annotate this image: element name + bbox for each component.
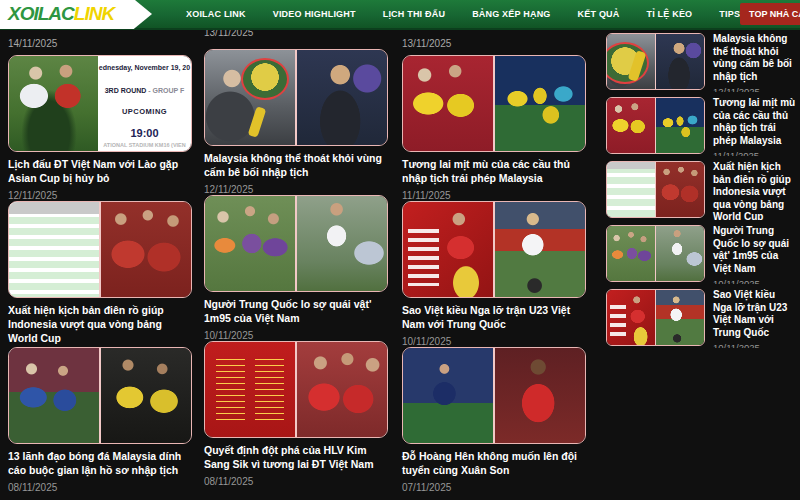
article-card[interactable]: Malaysia không thể thoát khỏi vùng cấm b… <box>204 49 388 191</box>
sidebar-thumbnail[interactable] <box>606 33 705 90</box>
site-logo[interactable]: XOILACLINK <box>0 0 152 29</box>
sidebar-article-date: 10/11/2025 <box>713 342 796 348</box>
sidebar-article-title[interactable]: Sao Việt kiều Nga lỡ trận U23 Việt Nam v… <box>713 289 796 339</box>
sidebar-article-date: 11/11/2025 <box>713 150 796 156</box>
nav-item-ket-qua[interactable]: KẾT QUẢ <box>578 9 620 19</box>
nav-item-video-highlight[interactable]: VIDEO HIGHLIGHT <box>273 9 356 19</box>
player-running-photo <box>493 202 585 297</box>
top-nha-cai-button[interactable]: TOP NHÀ CÁI <box>740 3 800 25</box>
sidebar-article-title[interactable]: Xuất hiện kịch bản điên rồ giúp Indonesi… <box>713 161 796 220</box>
logo-text-link: LINK <box>74 3 114 25</box>
match-round-text: 3RD ROUND <box>105 87 147 94</box>
article-date: 08/11/2025 <box>204 476 388 487</box>
article-date: 12/11/2025 <box>204 184 388 195</box>
article-card[interactable]: Xuất hiện kịch bản điên rồ giúp Indonesi… <box>8 201 192 343</box>
article-card[interactable]: 13 lãnh đạo bóng đá Malaysia dính cáo bu… <box>8 347 192 489</box>
sidebar-item[interactable]: Malaysia không thể thoát khỏi vùng cấm b… <box>606 33 796 92</box>
player-celebrating-photo <box>403 348 493 443</box>
tall-player-photo <box>295 196 387 291</box>
article-column-1: 14/11/2025 ednesday, November 19, 20 3RD… <box>8 30 192 500</box>
nav-item-xoilac-link[interactable]: XOILAC LINK <box>186 9 246 19</box>
article-title[interactable]: 13 lãnh đạo bóng đá Malaysia dính cáo bu… <box>8 449 192 477</box>
nav-item-bang-xep-hang[interactable]: BẢNG XẾP HẠNG <box>472 9 550 19</box>
sidebar-article-title[interactable]: Malaysia không thể thoát khỏi vùng cấm b… <box>713 33 796 83</box>
top-navbar: XOILACLINK XOILAC LINK VIDEO HIGHLIGHT L… <box>0 0 800 30</box>
article-title[interactable]: Người Trung Quốc lo sợ quái vật' 1m95 củ… <box>204 297 388 325</box>
article-column-3: 13/11/2025 Tương lai mịt mù của các cầu … <box>402 30 586 500</box>
squad-list-document <box>205 342 295 437</box>
article-card[interactable]: Người Trung Quốc lo sợ quái vật' 1m95 củ… <box>204 195 388 337</box>
article-thumbnail-match-preview[interactable]: ednesday, November 19, 20 3RD ROUND - GR… <box>8 55 192 152</box>
match-status-text: UPCOMING <box>122 107 167 116</box>
match-venue-text: ATIONAL STADIUM KM16 (VIEN <box>103 142 186 148</box>
article-card[interactable]: Đỗ Hoàng Hên không muốn lên đội tuyển cù… <box>402 347 586 489</box>
team-lineup-photo <box>493 56 585 151</box>
match-info-card: ednesday, November 19, 20 3RD ROUND - GR… <box>98 56 191 151</box>
official-photo <box>205 50 295 145</box>
article-thumbnail-training-purple[interactable] <box>204 195 388 292</box>
sidebar-article-title[interactable]: Tương lai mịt mù của các cầu thủ nhập tị… <box>713 97 796 147</box>
match-time-text: 19:00 <box>130 127 158 139</box>
article-title[interactable]: Malaysia không thể thoát khỏi vùng cấm b… <box>204 151 388 179</box>
nav-item-ti-le-keo[interactable]: TỈ LỆ KÈO <box>646 9 692 19</box>
article-date: 13/11/2025 <box>402 38 586 49</box>
article-thumbnail-malaysia-training[interactable] <box>8 347 192 444</box>
team-photo-red <box>99 202 191 297</box>
article-title[interactable]: Đỗ Hoàng Hên không muốn lên đội tuyển cù… <box>402 449 586 477</box>
players-blue-photo <box>9 348 99 443</box>
match-date-text: ednesday, November 19, 20 <box>99 64 190 71</box>
sidebar-thumbnail[interactable] <box>606 225 705 282</box>
players-yellow-photo <box>99 348 191 443</box>
match-photo <box>9 56 98 151</box>
sidebar-item[interactable]: Người Trung Quốc lo sợ quái vật' 1m95 củ… <box>606 225 796 284</box>
sidebar-article-date: 12/11/2025 <box>713 86 796 92</box>
article-thumbnail-squad-list[interactable] <box>204 341 388 438</box>
players-purple-photo <box>205 196 295 291</box>
sidebar-latest-news: Malaysia không thể thoát khỏi vùng cấm b… <box>606 30 796 500</box>
sidebar-thumbnail[interactable] <box>606 289 705 346</box>
article-date: 14/11/2025 <box>8 38 192 49</box>
standings-table-image <box>9 202 99 297</box>
nav-item-lich-thi-dau[interactable]: LỊCH THI ĐẤU <box>383 9 445 19</box>
sidebar-item[interactable]: Tương lai mịt mù của các cầu thủ nhập tị… <box>606 97 796 156</box>
sidebar-article-date: 10/11/2025 <box>713 278 796 284</box>
sidebar-item[interactable]: Sao Việt kiều Nga lỡ trận U23 Việt Nam v… <box>606 289 796 348</box>
article-date: 10/11/2025 <box>402 336 586 347</box>
article-date: 13/11/2025 <box>204 30 388 38</box>
article-title[interactable]: Tương lai mịt mù của các cầu thủ nhập tị… <box>402 157 586 185</box>
article-card[interactable]: Quyết định đột phá của HLV Kim Sang Sik … <box>204 341 388 483</box>
article-title[interactable]: Lịch đấu ĐT Việt Nam với Lào gặp Asian C… <box>8 157 192 185</box>
article-thumbnail-malaysia-team[interactable] <box>402 55 586 152</box>
player-red-12-photo <box>493 348 585 443</box>
main-content: 14/11/2025 ednesday, November 19, 20 3RD… <box>0 30 800 500</box>
article-date: 07/11/2025 <box>402 482 586 493</box>
players-red-celebration <box>295 342 387 437</box>
match-group-text: - GROUP F <box>146 87 184 94</box>
panda-cup-graphic <box>403 202 493 297</box>
article-card[interactable]: ednesday, November 19, 20 3RD ROUND - GR… <box>8 55 192 197</box>
sidebar-item[interactable]: Xuất hiện kịch bản điên rồ giúp Indonesi… <box>606 161 796 220</box>
article-thumbnail-standings-table[interactable] <box>8 201 192 298</box>
nav-item-tips[interactable]: TIPS <box>719 9 740 19</box>
article-date: 11/11/2025 <box>402 190 586 201</box>
article-card[interactable]: Sao Việt kiều Nga lỡ trận U23 Việt Nam v… <box>402 201 586 343</box>
sidebar-article-title[interactable]: Người Trung Quốc lo sợ quái vật' 1m95 củ… <box>713 225 796 275</box>
article-column-2: 13/11/2025 Malaysia không thể thoát khỏi… <box>204 30 388 500</box>
sidebar-thumbnail[interactable] <box>606 97 705 154</box>
article-date: 10/11/2025 <box>204 330 388 341</box>
article-title[interactable]: Xuất hiện kịch bản điên rồ giúp Indonesi… <box>8 303 192 345</box>
article-thumbnail-u23-vietnam[interactable] <box>402 201 586 298</box>
nav-menu: XOILAC LINK VIDEO HIGHLIGHT LỊCH THI ĐẤU… <box>186 9 740 19</box>
sidebar-thumbnail[interactable] <box>606 161 705 218</box>
article-date: 08/11/2025 <box>8 482 192 493</box>
article-thumbnail-do-hoang-hen[interactable] <box>402 347 586 444</box>
article-date: 12/11/2025 <box>8 190 192 201</box>
official-photo-2 <box>295 50 387 145</box>
logo-text-xoilac: XOILAC <box>8 3 74 25</box>
article-card[interactable]: Tương lai mịt mù của các cầu thủ nhập tị… <box>402 55 586 197</box>
article-thumbnail-press-conference[interactable] <box>204 49 388 146</box>
article-title[interactable]: Sao Việt kiều Nga lỡ trận U23 Việt Nam v… <box>402 303 586 331</box>
article-title[interactable]: Quyết định đột phá của HLV Kim Sang Sik … <box>204 443 388 471</box>
nav-buttons: TOP NHÀ CÁI CƯỢC 8XBET <box>740 3 800 25</box>
players-yellow-celebrating <box>403 56 493 151</box>
